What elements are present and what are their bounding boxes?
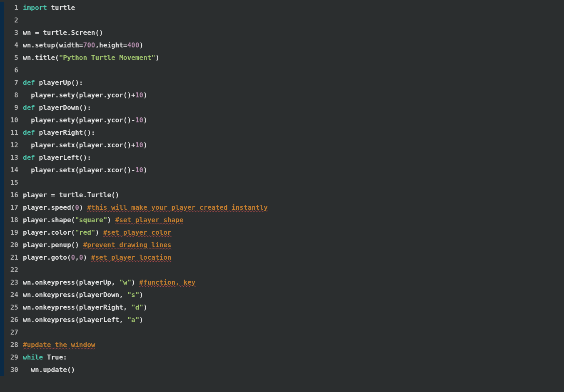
code-token: player.sety(player.ycor()- — [23, 116, 135, 124]
code-token: wn.title( — [23, 54, 59, 62]
line-number: 21 — [7, 251, 18, 264]
line-number: 25 — [7, 301, 18, 314]
line-number: 19 — [7, 226, 18, 239]
line-number: 29 — [7, 351, 18, 364]
code-line[interactable]: player.sety(player.ycor()+10) — [23, 89, 564, 102]
line-number: 14 — [7, 164, 18, 176]
code-token: player.setx(player.xcor()+ — [23, 141, 135, 149]
line-number: 13 — [7, 151, 18, 164]
code-token: #update the window — [23, 341, 95, 349]
code-token: ) — [143, 303, 147, 311]
code-line[interactable]: def playerDown(): — [23, 102, 564, 114]
line-number: 4 — [7, 39, 18, 52]
code-line[interactable]: player = turtle.Turtle() — [23, 189, 564, 201]
code-line[interactable]: player.speed(0) #this will make your pla… — [23, 201, 564, 214]
code-token: def — [23, 104, 35, 112]
code-token: wn.onkeypress(playerUp, — [23, 278, 119, 286]
line-number: 7 — [7, 77, 18, 89]
line-number: 18 — [7, 214, 18, 226]
code-token: player.penup() — [23, 241, 83, 249]
line-number-gutter: 1234567891011121314151617181920212223242… — [4, 2, 21, 376]
code-line[interactable]: player.shape("square") #set player shape — [23, 214, 564, 226]
code-token: ) — [139, 291, 143, 299]
code-token: player.speed( — [23, 203, 75, 211]
code-token: "a" — [127, 316, 139, 324]
code-line[interactable]: wn = turtle.Screen() — [23, 27, 564, 39]
code-token: ) — [143, 91, 147, 99]
line-number: 9 — [7, 102, 18, 114]
code-line[interactable]: while True: — [23, 351, 564, 364]
code-token: ) — [143, 141, 147, 149]
code-area[interactable]: import turtle wn = turtle.Screen()wn.set… — [21, 2, 564, 376]
line-number: 27 — [7, 326, 18, 339]
code-line[interactable]: wn.onkeypress(playerLeft, "a") — [23, 314, 564, 326]
code-line[interactable] — [23, 64, 564, 77]
code-token: def — [23, 154, 35, 161]
code-token: ) — [139, 316, 143, 324]
code-token: playerUp(): — [35, 79, 83, 87]
code-token: ,height= — [95, 41, 127, 49]
code-line[interactable]: wn.update() — [23, 364, 564, 376]
code-token: 10 — [135, 91, 143, 99]
code-token: wn.onkeypress(playerDown, — [23, 291, 127, 299]
line-number: 15 — [7, 176, 18, 189]
code-token: "w" — [119, 278, 131, 286]
code-token: , — [75, 253, 79, 261]
code-line[interactable]: player.sety(player.ycor()-10) — [23, 114, 564, 127]
code-line[interactable]: #update the window — [23, 339, 564, 351]
code-token: def — [23, 129, 35, 136]
code-token: 0 — [71, 253, 75, 261]
code-line[interactable]: wn.onkeypress(playerUp, "w") #function, … — [23, 276, 564, 289]
line-number: 24 — [7, 289, 18, 301]
code-token: ) — [79, 203, 87, 211]
code-line[interactable] — [23, 264, 564, 276]
code-line[interactable]: player.goto(0,0) #set player location — [23, 251, 564, 264]
code-token: wn = turtle.Screen() — [23, 29, 103, 37]
code-line[interactable]: player.penup() #prevent drawing lines — [23, 239, 564, 251]
code-editor[interactable]: 1234567891011121314151617181920212223242… — [0, 0, 564, 380]
line-number: 12 — [7, 139, 18, 151]
code-line[interactable]: wn.setup(width=700,height=400) — [23, 39, 564, 52]
code-token: wn.onkeypress(playerRight, — [23, 303, 131, 311]
code-token: ) — [143, 166, 147, 174]
code-line[interactable]: player.color("red") #set player color — [23, 226, 564, 239]
code-line[interactable]: def playerLeft(): — [23, 151, 564, 164]
code-line[interactable] — [23, 176, 564, 189]
code-token: 400 — [127, 41, 139, 49]
code-line[interactable]: player.setx(player.xcor()+10) — [23, 139, 564, 151]
code-token: playerRight(): — [35, 129, 95, 136]
code-line[interactable]: def playerRight(): — [23, 127, 564, 139]
code-token: 10 — [135, 166, 143, 174]
code-line[interactable]: wn.title("Python Turtle Movement") — [23, 52, 564, 64]
code-line[interactable] — [23, 326, 564, 339]
code-token: #set player shape — [115, 216, 184, 224]
code-token: turtle — [47, 4, 75, 12]
code-line[interactable]: wn.onkeypress(playerRight, "d") — [23, 301, 564, 314]
code-token: wn.onkeypress(playerLeft, — [23, 316, 127, 324]
line-number: 10 — [7, 114, 18, 127]
line-number: 2 — [7, 14, 18, 27]
code-token: playerDown(): — [35, 104, 91, 112]
code-token: ) — [155, 54, 160, 62]
code-token: #this will make your player created inst… — [87, 203, 267, 211]
code-token: ) — [95, 228, 103, 236]
code-line[interactable] — [23, 14, 564, 27]
code-token: ) — [107, 216, 115, 224]
code-token: player.color( — [23, 228, 75, 236]
code-token: wn.update() — [23, 366, 75, 374]
line-number: 26 — [7, 314, 18, 326]
code-line[interactable]: import turtle — [23, 2, 564, 14]
code-token: while — [23, 353, 43, 361]
code-token: player.sety(player.ycor()+ — [23, 91, 135, 99]
line-number: 11 — [7, 127, 18, 139]
code-line[interactable]: def playerUp(): — [23, 77, 564, 89]
code-token: 10 — [135, 116, 143, 124]
line-number: 8 — [7, 89, 18, 102]
code-token: #function, key — [139, 278, 195, 286]
code-token: import — [23, 4, 47, 12]
code-line[interactable]: player.setx(player.xcor()-10) — [23, 164, 564, 176]
code-line[interactable]: wn.onkeypress(playerDown, "s") — [23, 289, 564, 301]
code-token: player.goto( — [23, 253, 71, 261]
code-token: #prevent drawing lines — [83, 241, 172, 249]
code-token: def — [23, 79, 35, 87]
